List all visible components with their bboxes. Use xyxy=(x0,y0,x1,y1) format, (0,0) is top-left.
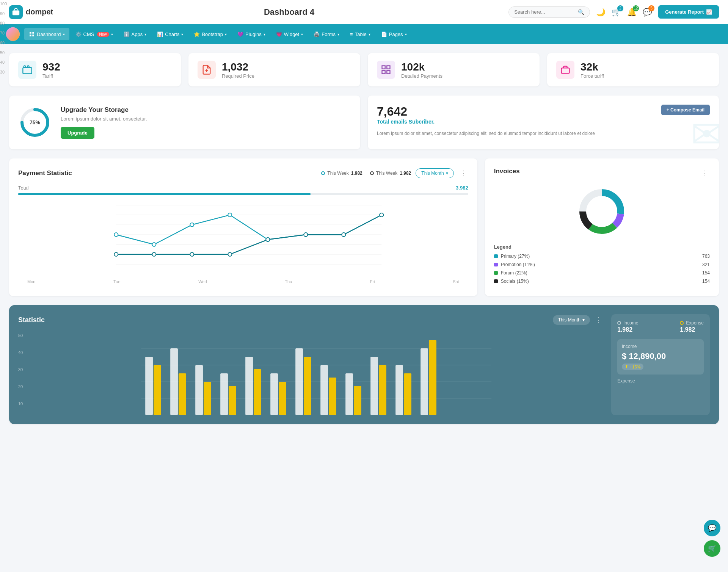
invoices-more-options-icon[interactable]: ⋮ xyxy=(700,168,710,179)
income-box-value: $ 12,890,00 xyxy=(622,351,699,361)
svg-rect-61 xyxy=(304,357,311,415)
required-price-label: Required Price xyxy=(222,73,254,79)
x-axis-labels: Mon Tue Wed Thu Fri Sat xyxy=(18,279,468,284)
statistic-more-options-icon[interactable]: ⋮ xyxy=(594,314,604,326)
sidebar-item-forms[interactable]: 🖨️ Forms ▾ xyxy=(309,28,344,40)
search-input[interactable] xyxy=(514,9,575,15)
svg-point-24 xyxy=(190,223,194,227)
svg-rect-9 xyxy=(387,66,390,69)
legend-value-primary: 763 xyxy=(702,254,710,259)
sidebar-item-cms[interactable]: ⚙️ CMS New ▾ xyxy=(71,28,118,40)
donut-chart-svg xyxy=(575,185,628,238)
legend-label-socials: Socials (15%) xyxy=(501,279,529,284)
generate-report-button[interactable]: Generate Report 📈 xyxy=(658,5,719,19)
email-bg-icon: ✉ xyxy=(691,115,719,149)
upgrade-button[interactable]: Upgrade xyxy=(61,127,94,139)
notif-badge: 12 xyxy=(633,5,639,11)
email-description: Lorem ipsum dolor sit amet, consectetur … xyxy=(377,130,710,137)
force-tariff-value: 32k xyxy=(581,61,604,73)
income-legend-value: 1.982 xyxy=(617,326,638,333)
sidebar-item-table[interactable]: ≡ Table ▾ xyxy=(345,28,375,40)
payment-progress-fill xyxy=(18,193,311,195)
storage-title: Upgrade Your Storage xyxy=(61,106,147,114)
invoices-header: Invoices ⋮ xyxy=(494,168,710,179)
bar-y-axis: 50 40 30 20 10 xyxy=(18,332,29,415)
line-chart-area xyxy=(30,201,468,277)
chevron-down-icon: ▾ xyxy=(369,32,370,36)
sidebar-item-plugins[interactable]: 💜 Plugins ▾ xyxy=(233,28,270,40)
widget-icon: 💗 xyxy=(276,31,282,37)
svg-rect-58 xyxy=(270,373,278,415)
payment-total-row: Total 3.982 xyxy=(18,185,468,191)
svg-rect-57 xyxy=(254,369,261,415)
legend-color-forum xyxy=(494,271,498,275)
income-legend-label: Income xyxy=(623,320,638,326)
legend-val-1: 1.982 xyxy=(351,171,362,176)
income-badge: ⬆ +15% xyxy=(622,364,643,370)
this-month-filter-button[interactable]: This Month ▾ xyxy=(416,168,453,178)
sidebar-item-charts[interactable]: 📊 Charts ▾ xyxy=(152,28,188,40)
nav-label-widget: Widget xyxy=(284,31,299,37)
chevron-down-icon: ▾ xyxy=(111,32,113,36)
income-box: Income $ 12,890,00 ⬆ +15% xyxy=(617,339,704,375)
invoices-card: Invoices ⋮ Lege xyxy=(485,158,719,296)
force-tariff-icon xyxy=(556,61,574,79)
svg-rect-5 xyxy=(23,67,31,74)
payment-legend: This Week 1.982 This Week 1.982 xyxy=(321,171,411,176)
svg-rect-67 xyxy=(379,365,386,415)
legend-item-forum: Forum (22%) 154 xyxy=(494,270,710,276)
main-content: 932 Tariff 1,032 Required Price 102k Det… xyxy=(0,44,728,433)
svg-point-37 xyxy=(380,213,383,217)
required-price-icon xyxy=(198,61,216,79)
svg-rect-60 xyxy=(295,348,303,415)
sidebar-item-pages[interactable]: 📄 Pages ▾ xyxy=(377,28,411,40)
chevron-down-icon: ▾ xyxy=(582,317,585,323)
svg-point-31 xyxy=(152,252,156,256)
payment-header: Payment Statistic This Week 1.982 This W… xyxy=(18,168,468,179)
theme-toggle-icon[interactable]: 🌙 xyxy=(596,8,606,17)
svg-rect-48 xyxy=(145,357,153,415)
sidebar-item-dashboard[interactable]: Dashboard ▾ xyxy=(24,28,69,40)
legend-dot-teal xyxy=(321,171,325,175)
sidebar-item-apps[interactable]: ℹ️ Apps ▾ xyxy=(119,28,151,40)
legend-color-promotion xyxy=(494,263,498,266)
legend-value-socials: 154 xyxy=(702,279,710,284)
invoices-title: Invoices xyxy=(494,168,520,179)
logo-text: dompet xyxy=(26,8,53,16)
income-pct-value: +15% xyxy=(630,365,640,369)
legend-label-1: This Week xyxy=(327,171,348,176)
header-right: 🔍 🌙 🛒 2 🔔 12 💬 5 Generate Report 📈 xyxy=(508,5,719,19)
donut-chart-container xyxy=(494,185,710,238)
generate-report-label: Generate Report xyxy=(665,9,704,15)
legend-item-socials: Socials (15%) 154 xyxy=(494,279,710,284)
notification-icon[interactable]: 🔔 12 xyxy=(627,8,637,17)
chevron-down-icon: ▾ xyxy=(264,32,265,36)
invoices-legend: Primary (27%) 763 Promotion (11%) 321 Fo… xyxy=(494,254,710,284)
required-price-value: 1,032 xyxy=(222,61,254,73)
message-icon[interactable]: 💬 5 xyxy=(643,8,652,17)
svg-rect-56 xyxy=(245,357,253,415)
legend-label-primary: Primary (27%) xyxy=(501,254,530,259)
chevron-down-icon: ▾ xyxy=(225,32,227,36)
middle-row: 75% Upgrade Your Storage Lorem ipsum dol… xyxy=(9,96,719,149)
svg-rect-54 xyxy=(220,373,228,415)
sidebar-item-bootstrap[interactable]: ⭐ Bootstrap ▾ xyxy=(189,28,231,40)
line-chart-svg xyxy=(30,201,468,277)
statistic-month-filter-button[interactable]: This Month ▾ xyxy=(553,315,590,325)
search-box[interactable]: 🔍 xyxy=(508,6,590,18)
sidebar-item-widget[interactable]: 💗 Widget ▾ xyxy=(271,28,308,40)
stat-card-required-price-text: 1,032 Required Price xyxy=(222,61,254,79)
svg-point-36 xyxy=(342,233,345,237)
more-options-icon[interactable]: ⋮ xyxy=(458,168,468,179)
chevron-down-icon: ▾ xyxy=(144,32,146,36)
svg-point-23 xyxy=(152,243,156,246)
svg-rect-8 xyxy=(382,66,385,69)
cart-icon[interactable]: 🛒 2 xyxy=(612,8,621,17)
statistic-left: Statistic This Month ▾ ⋮ 50 40 30 20 10 xyxy=(18,314,604,415)
svg-rect-53 xyxy=(204,382,211,415)
svg-rect-12 xyxy=(562,68,570,73)
msg-badge: 5 xyxy=(648,5,654,11)
svg-rect-66 xyxy=(370,357,378,415)
svg-rect-59 xyxy=(279,382,286,415)
svg-rect-2 xyxy=(32,32,34,34)
